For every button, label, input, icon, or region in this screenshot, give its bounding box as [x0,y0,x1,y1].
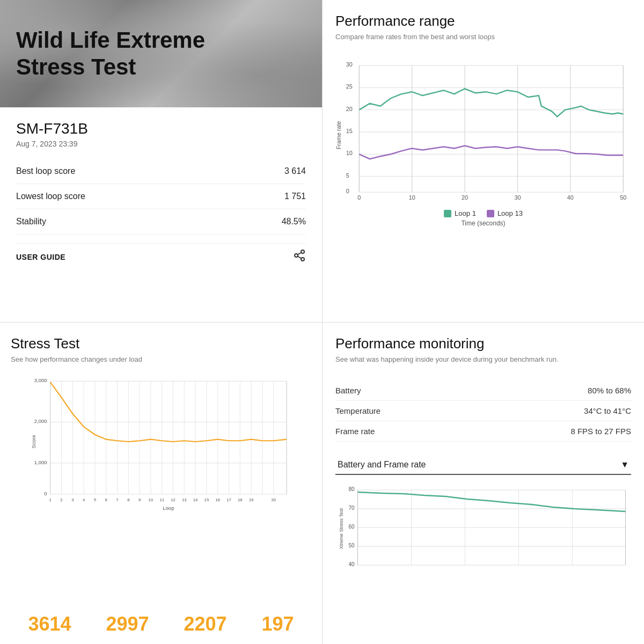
legend-loop1: Loop 1 [444,209,476,217]
stress-chart-area: 3,000 2,000 1,000 0 Score [11,372,311,606]
bottom-actions: USER GUIDE [16,243,306,265]
svg-text:12: 12 [171,497,175,502]
temperature-value: 34°C to 41°C [584,406,631,415]
svg-text:15: 15 [346,128,353,134]
svg-text:6: 6 [105,497,107,502]
stress-test-chart: 3,000 2,000 1,000 0 Score [11,372,311,511]
score-1: 3614 [28,613,71,635]
loop1-label: Loop 1 [455,209,476,217]
svg-text:Xtreme Stress Test: Xtreme Stress Test [339,508,344,549]
perf-monitor-subtitle: See what was happening inside your devic… [335,355,631,363]
svg-text:10: 10 [346,150,353,156]
svg-text:14: 14 [193,497,198,502]
svg-text:80: 80 [348,486,355,492]
svg-text:5: 5 [346,172,349,179]
bottomright-panel: Performance monitoring See what was happ… [322,322,644,644]
svg-text:30: 30 [346,61,353,68]
legend-loop13: Loop 13 [487,209,523,217]
stress-test-title: Stress Test [11,335,311,352]
chevron-down-icon: ▼ [620,460,629,470]
svg-text:50: 50 [348,543,355,548]
dropdown-label: Battery and Frame rate [338,460,426,470]
svg-text:10: 10 [409,194,415,201]
svg-text:20: 20 [271,497,276,502]
chart-legend: Loop 1 Loop 13 [335,209,631,217]
svg-text:20: 20 [346,106,353,112]
svg-text:16: 16 [215,497,220,502]
framerate-row: Frame rate 8 FPS to 27 FPS [335,421,631,442]
time-axis-label: Time (seconds) [335,219,631,227]
svg-point-2 [301,258,304,261]
battery-value: 80% to 68% [588,386,631,395]
score-3: 2207 [184,613,226,635]
svg-text:60: 60 [348,524,355,530]
dropdown-selector[interactable]: Battery and Frame rate ▼ [335,456,631,475]
best-loop-label: Best loop score [16,166,75,176]
svg-text:17: 17 [226,497,231,502]
score-4: 197 [261,613,294,635]
battery-framerate-chart: 80 70 60 50 40 Xtreme Stress Test [335,480,631,577]
svg-text:20: 20 [462,194,468,201]
stability-value: 48.5% [282,217,306,226]
topright-panel: Performance range Compare frame rates fr… [322,0,644,322]
svg-text:Loop: Loop [163,505,174,511]
svg-text:1: 1 [49,497,52,502]
svg-text:15: 15 [204,497,209,502]
topleft-panel: Wild Life ExtremeStress Test SM-F731B Au… [0,0,322,322]
temperature-label: Temperature [335,406,380,415]
battery-row: Battery 80% to 68% [335,380,631,401]
svg-text:40: 40 [567,194,574,201]
svg-text:2,000: 2,000 [34,418,47,424]
svg-text:30: 30 [514,194,521,201]
svg-text:19: 19 [249,497,254,502]
device-name: SM-F731B [16,120,306,137]
svg-text:Frame rate: Frame rate [335,121,342,149]
performance-range-chart: 30 25 20 15 10 5 0 Frame rate 0 10 20 30… [335,55,631,205]
svg-text:10: 10 [149,497,153,502]
loop13-color [487,210,494,217]
svg-text:2: 2 [60,497,62,502]
mini-chart-area: 80 70 60 50 40 Xtreme Stress Test [335,480,631,635]
svg-text:0: 0 [44,491,47,496]
user-guide-link[interactable]: USER GUIDE [16,253,65,261]
device-card: SM-F731B Aug 7, 2023 23:39 Best loop sco… [0,107,322,322]
svg-text:13: 13 [182,497,187,502]
lowest-loop-label: Lowest loop score [16,192,85,201]
scores-row: 3614 2997 2207 197 [11,606,311,639]
hero-banner: Wild Life ExtremeStress Test [0,0,322,107]
lowest-loop-value: 1 751 [284,192,306,201]
perf-range-title: Performance range [335,13,631,30]
monitor-stats: Battery 80% to 68% Temperature 34°C to 4… [335,380,631,442]
device-date: Aug 7, 2023 23:39 [16,140,306,148]
svg-text:0: 0 [346,188,349,194]
hero-title: Wild Life ExtremeStress Test [16,27,205,81]
loop13-label: Loop 13 [497,209,523,217]
svg-text:25: 25 [346,83,353,90]
svg-text:0: 0 [357,194,361,201]
svg-text:4: 4 [83,497,85,502]
svg-text:8: 8 [127,497,129,502]
svg-line-3 [298,257,302,259]
svg-text:18: 18 [238,497,243,502]
svg-text:5: 5 [94,497,97,502]
lowest-loop-row: Lowest loop score 1 751 [16,184,306,209]
best-loop-row: Best loop score 3 614 [16,159,306,184]
perf-monitor-title: Performance monitoring [335,335,631,352]
framerate-value: 8 FPS to 27 FPS [570,427,631,436]
loop1-color [444,210,451,217]
stress-test-subtitle: See how performance changes under load [11,355,311,363]
share-icon[interactable] [293,249,306,265]
stability-label: Stability [16,217,46,226]
svg-text:Score: Score [31,435,36,449]
perf-range-subtitle: Compare frame rates from the best and wo… [335,33,631,41]
svg-text:1,000: 1,000 [34,459,47,465]
svg-text:70: 70 [348,505,355,511]
svg-text:7: 7 [116,497,118,502]
svg-text:3: 3 [71,497,74,502]
score-2: 2997 [106,613,149,635]
temperature-row: Temperature 34°C to 41°C [335,401,631,421]
svg-text:3,000: 3,000 [34,377,47,383]
svg-text:9: 9 [138,497,141,502]
svg-line-4 [298,253,302,255]
svg-point-1 [295,254,298,257]
